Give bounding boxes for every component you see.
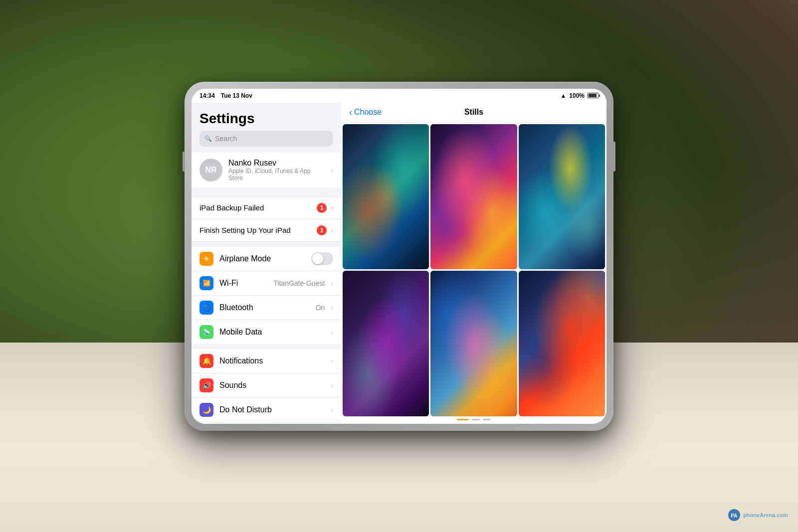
chevron-icon-2: ›: [331, 226, 333, 234]
sounds-icon: 🔊: [200, 378, 213, 392]
wallpaper-2[interactable]: [430, 124, 517, 270]
nav-back-label: Choose: [354, 108, 382, 117]
sounds-label: Sounds: [219, 381, 325, 390]
wallpaper-3[interactable]: [519, 124, 605, 270]
date: Tue 13 Nov: [221, 92, 252, 99]
screen-time-row[interactable]: ⏱ Screen Time ›: [192, 422, 341, 424]
wallpaper-nav: ‹ Choose Stills: [341, 103, 606, 123]
profile-section[interactable]: NR Nanko Rusev Apple ID, iCloud, iTunes …: [192, 153, 341, 187]
battery-icon: [588, 93, 598, 98]
status-bar: 14:34 Tue 13 Nov ▲ 100%: [192, 89, 606, 103]
bluetooth-icon: 🔵: [200, 301, 213, 315]
bluetooth-label: Bluetooth: [219, 303, 310, 312]
phonearena-logo-icon: PA: [727, 508, 741, 522]
wifi-row[interactable]: 📶 Wi-Fi TitanGate-Guest ›: [192, 271, 341, 296]
chevron-icon: ›: [331, 204, 333, 212]
dnd-label: Do Not Disturb: [219, 405, 325, 414]
nav-title: Stills: [464, 108, 483, 117]
search-icon: 🔍: [204, 135, 212, 142]
nav-back-button[interactable]: ‹ Choose: [349, 107, 382, 118]
airplane-icon: ✈: [200, 252, 213, 266]
search-placeholder: Search: [215, 135, 237, 143]
ipad-screen: 14:34 Tue 13 Nov ▲ 100% Setti: [192, 89, 606, 424]
watermark-text: phoneArena.com: [743, 512, 788, 518]
wifi-settings-icon: 📶: [200, 276, 213, 290]
chevron-icon-md: ›: [331, 328, 333, 336]
chevron-icon: ›: [331, 166, 333, 174]
notifications-icon: 🔔: [200, 354, 213, 368]
battery-fill: [589, 94, 597, 97]
svg-text:PA: PA: [731, 513, 738, 519]
wallpaper-1[interactable]: [343, 124, 429, 270]
chevron-sounds: ›: [331, 381, 333, 389]
battery-percent: 100%: [569, 92, 585, 99]
status-bar-right: ▲ 100%: [560, 92, 598, 99]
notifications-label: Notifications: [219, 356, 325, 365]
chevron-icon-wifi: ›: [331, 279, 333, 287]
wifi-value: TitanGate-Guest: [273, 279, 325, 287]
finish-setup-row[interactable]: Finish Setting Up Your iPad 1 ›: [192, 219, 341, 242]
airplane-label: Airplane Mode: [219, 254, 305, 263]
notification-rows: iPad Backup Failed 1 › Finish Setting Up…: [192, 196, 341, 242]
chevron-dnd: ›: [331, 406, 333, 414]
battery-body: [588, 93, 598, 98]
ipad-body: 14:34 Tue 13 Nov ▲ 100% Setti: [185, 82, 613, 431]
settings-title: Settings: [192, 103, 341, 131]
wallpaper-6[interactable]: [519, 271, 605, 416]
mobile-data-label: Mobile Data: [219, 328, 325, 337]
search-bar[interactable]: 🔍 Search: [200, 131, 333, 147]
divider-3: [192, 344, 341, 349]
back-chevron-icon: ‹: [349, 107, 352, 118]
profile-info: Nanko Rusev Apple ID, iCloud, iTunes & A…: [228, 159, 325, 181]
avatar: NR: [200, 159, 222, 181]
ipad-device: 14:34 Tue 13 Nov ▲ 100% Setti: [185, 82, 613, 431]
settings-panel: Settings 🔍 Search NR Nanko Rusev Appl: [192, 103, 341, 424]
bluetooth-row[interactable]: 🔵 Bluetooth On ›: [192, 296, 341, 320]
profile-name: Nanko Rusev: [228, 159, 325, 168]
mobile-data-icon: 📡: [200, 325, 213, 339]
finish-badge: 1: [317, 225, 327, 235]
screen-content: Settings 🔍 Search NR Nanko Rusev Appl: [192, 103, 606, 424]
airplane-toggle[interactable]: [311, 252, 333, 265]
backup-failed-label: iPad Backup Failed: [200, 203, 317, 212]
watermark: PA phoneArena.com: [727, 508, 788, 522]
notifications-row[interactable]: 🔔 Notifications ›: [192, 349, 341, 373]
sounds-row[interactable]: 🔊 Sounds ›: [192, 373, 341, 398]
wallpaper-4[interactable]: [343, 271, 429, 416]
dnd-icon: 🌙: [200, 403, 213, 417]
scroll-indicator: [341, 418, 606, 424]
status-bar-left: 14:34 Tue 13 Nov: [200, 92, 252, 99]
chevron-icon-bt: ›: [331, 304, 333, 312]
wallpaper-5[interactable]: [430, 271, 517, 416]
bluetooth-value: On: [316, 304, 325, 312]
wallpaper-grid: [341, 123, 606, 418]
notification-right: 1 ›: [317, 203, 333, 213]
dnd-row[interactable]: 🌙 Do Not Disturb ›: [192, 398, 341, 422]
settings-group-1: ✈ Airplane Mode 📶 Wi-Fi TitanGate-Guest …: [192, 247, 341, 344]
airplane-mode-row[interactable]: ✈ Airplane Mode: [192, 247, 341, 271]
finish-setup-label: Finish Setting Up Your iPad: [200, 226, 317, 234]
scroll-dot-1: [457, 419, 469, 420]
divider-2: [192, 242, 341, 247]
settings-group-2: 🔔 Notifications › 🔊 Sounds ›: [192, 349, 341, 424]
wifi-label: Wi-Fi: [219, 279, 267, 288]
backup-failed-row[interactable]: iPad Backup Failed 1 ›: [192, 196, 341, 219]
profile-subtitle: Apple ID, iCloud, iTunes & App Store: [228, 168, 325, 181]
time: 14:34: [200, 92, 215, 99]
mobile-data-row[interactable]: 📡 Mobile Data ›: [192, 320, 341, 344]
chevron-notif: ›: [331, 357, 333, 365]
wallpaper-panel: ‹ Choose Stills: [341, 103, 606, 424]
divider: [192, 191, 341, 196]
notification-right-2: 1 ›: [317, 225, 333, 235]
backup-badge: 1: [317, 203, 327, 213]
scroll-dot-2: [472, 419, 480, 420]
wifi-icon: ▲: [560, 92, 566, 99]
scroll-dot-3: [483, 419, 491, 420]
